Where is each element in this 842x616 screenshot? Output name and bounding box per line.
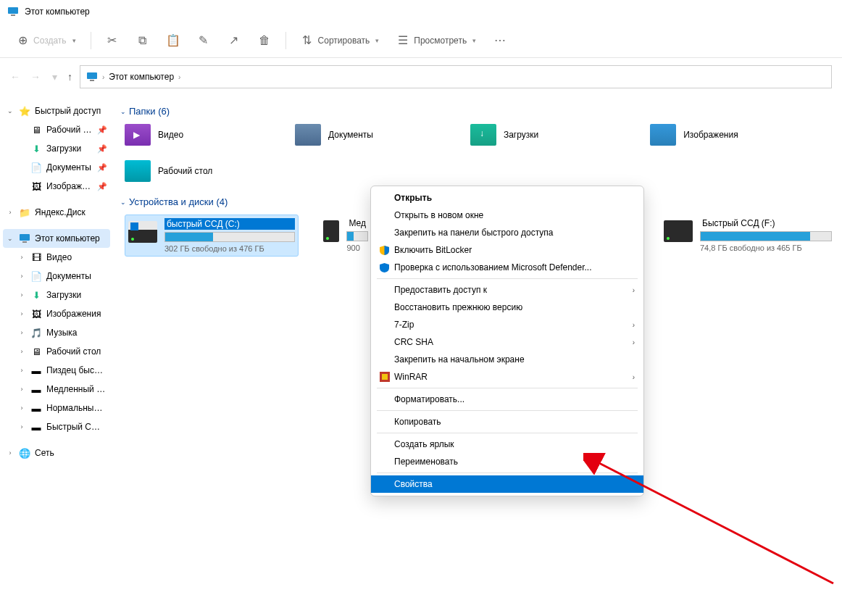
caret-icon[interactable]: › [6,449,14,457]
ctx-winrar[interactable]: WinRAR› [371,368,643,386]
separator [285,32,286,49]
share-button[interactable]: ↗ [220,30,248,51]
picture-folder-icon [650,124,676,146]
music-icon: 🎵 [30,327,42,338]
separator [91,32,91,49]
up-button[interactable]: ↑ [67,71,72,83]
pin-icon: 📌 [97,182,106,191]
folder-videos[interactable]: ▶ Видео [125,124,183,146]
ctx-share[interactable]: Предоставить доступ к› [371,281,643,299]
ctx-bitlocker[interactable]: Включить BitLocker [371,241,643,259]
submenu-arrow-icon: › [633,338,635,346]
folders-section-header[interactable]: ⌄ Папки (6) [120,106,835,117]
paste-button[interactable]: 📋 [159,30,187,51]
sort-button[interactable]: ⇅ Сортировать ▾ [293,30,387,51]
star-icon: ⭐ [19,105,30,117]
drive-icon: ▬ [30,421,42,433]
copy-button[interactable]: ⧉ [129,30,157,51]
breadcrumb-this-pc[interactable]: Этот компьютер [109,72,174,82]
tree-this-pc[interactable]: ⌄ Этот компьютер [3,229,110,248]
tree-music[interactable]: ›🎵Музыка [3,323,110,342]
ctx-7zip[interactable]: 7-Zip› [371,316,643,333]
svg-rect-1 [11,14,15,16]
drive-d[interactable]: Мед 900 [320,215,371,257]
tree-pictures-pc[interactable]: ›🖼Изображения [3,304,110,323]
tree-documents[interactable]: 📄 Документы📌 [3,158,110,177]
caret-icon[interactable]: ⌄ [6,235,14,242]
video-folder-icon: ▶ [125,124,151,146]
drive-free-text: 74,8 ГБ свободно из 465 ГБ [700,244,832,252]
history-dropdown[interactable]: ▾ [52,71,57,83]
tree-quick-access[interactable]: ⌄ ⭐ Быстрый доступ [3,101,110,120]
ctx-pin-quick[interactable]: Закрепить на панели быстрого доступа [371,224,643,241]
ctx-copy[interactable]: Копировать [371,413,643,430]
sort-icon: ⇅ [301,34,314,47]
tree-yandex[interactable]: › 📁 Яндекс.Диск [3,203,110,222]
ctx-rename[interactable]: Переименовать [371,453,643,470]
delete-icon: 🗑 [258,34,271,47]
tree-desktop[interactable]: 🖥 Рабочий стол📌 [3,120,110,139]
drive-icon: ▬ [30,383,42,395]
copy-icon: ⧉ [136,34,149,47]
breadcrumb-sep: › [102,73,104,81]
ctx-format[interactable]: Форматировать... [371,391,643,408]
delete-button[interactable]: 🗑 [251,30,278,51]
tree-downloads-pc[interactable]: ›⬇Загрузки [3,286,110,304]
forward-button[interactable]: → [30,71,41,83]
new-button[interactable]: ⊕ Создать ▾ [9,30,83,51]
more-button[interactable]: ⋯ [486,30,514,51]
folder-desktop[interactable]: Рабочий стол [125,160,212,182]
drive-f[interactable]: Быстрый ССД (F:) 74,8 ГБ свободно из 465… [661,215,835,257]
document-folder-icon [295,124,321,146]
cut-button[interactable]: ✂ [99,30,126,51]
download-icon: ⬇ [30,143,42,154]
tree-documents-pc[interactable]: ›📄Документы [3,267,110,286]
ctx-crc[interactable]: CRC SHA› [371,333,643,351]
rename-button[interactable]: ✎ [190,30,217,51]
caret-icon[interactable]: › [6,209,14,216]
drive-icon: ▬ [30,365,42,376]
separator [377,410,638,411]
rename-icon: ✎ [197,34,210,47]
ctx-open[interactable]: Открыть [371,189,643,207]
tree-pictures[interactable]: 🖼 Изображения📌 [3,177,110,196]
tree-drive2[interactable]: ›▬Медленный хард [3,380,110,399]
caret-icon[interactable]: ⌄ [6,107,14,115]
folder-downloads[interactable]: ↓ Загрузки [470,124,538,146]
folder-icon: 📁 [19,207,30,218]
ctx-shortcut[interactable]: Создать ярлык [371,436,643,453]
tree-downloads[interactable]: ⬇ Загрузки📌 [3,139,110,158]
ctx-properties[interactable]: Свойства [371,475,643,493]
folder-pictures[interactable]: Изображения [650,124,738,146]
pin-icon: 📌 [97,144,106,154]
tree-drive4[interactable]: ›▬Быстрый ССД (F:) [3,417,110,436]
document-icon: 📄 [30,270,42,282]
view-button[interactable]: ☰ Просмотреть ▾ [389,30,483,51]
tree-desktop-pc[interactable]: ›🖥Рабочий стол [3,342,110,361]
tree-network[interactable]: › 🌐 Сеть [3,444,110,462]
tree-drive1[interactable]: ›▬Пиздец быстрый [3,361,110,380]
drive-icon [128,221,157,243]
titlebar: Этот компьютер [0,0,842,23]
address-bar[interactable]: › Этот компьютер › [80,65,832,88]
breadcrumb-sep: › [178,73,180,81]
drive-usage-bar [700,231,832,241]
tree-drive3[interactable]: ›▬Нормальный ха [3,399,110,417]
ctx-defender[interactable]: Проверка с использованием Microsoft Defe… [371,259,643,276]
picture-icon: 🖼 [30,308,42,320]
ctx-open-new[interactable]: Открыть в новом окне [371,207,643,224]
drive-icon: ▬ [30,402,42,414]
tree-videos[interactable]: ›🎞Видео [3,248,110,267]
svg-rect-4 [20,234,30,241]
desktop-icon: 🖥 [30,124,42,136]
ctx-restore[interactable]: Восстановить прежнюю версию [371,299,643,316]
drive-icon [323,220,339,242]
share-icon: ↗ [228,34,241,47]
drive-c[interactable]: быстрый ССД (C:) 302 ГБ свободно из 476 … [125,215,299,257]
submenu-arrow-icon: › [633,321,635,329]
back-button[interactable]: ← [10,71,20,83]
view-icon: ☰ [396,34,409,47]
folder-documents[interactable]: Документы [295,124,373,146]
ctx-pin-start[interactable]: Закрепить на начальном экране [371,351,643,368]
drive-usage-bar [164,232,295,242]
